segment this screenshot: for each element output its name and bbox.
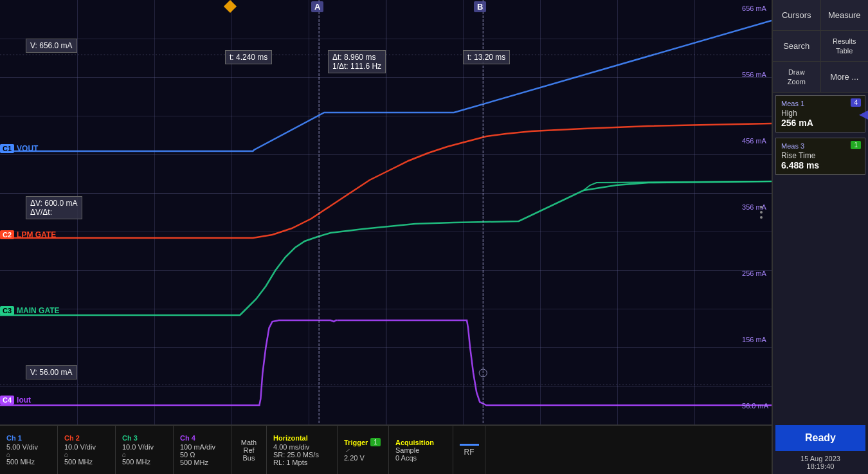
- y-label-6: 156 mA: [742, 336, 768, 343]
- more-button[interactable]: More ...: [821, 62, 869, 92]
- cursor-a-time-box: t: 4.240 ms: [225, 50, 272, 64]
- delta-v-box: ΔV: 600.0 mA ΔV/Δt:: [26, 196, 82, 219]
- y-label-4: 356 mA: [742, 203, 768, 211]
- y-label-1: 656 mA: [742, 5, 768, 12]
- ch4-status[interactable]: Ch 4 100 mA/div 50 Ω 500 MHz: [174, 426, 231, 474]
- acquisition-status[interactable]: Acquisition Sample 0 Acqs: [389, 426, 453, 474]
- delta-time-box: Δt: 8.960 ms 1/Δt: 111.6 Hz: [328, 50, 386, 73]
- scope-screen: 656 mA 556 mA 456 mA 356 mA 256 mA 156 m…: [0, 0, 772, 424]
- y-label-3: 456 mA: [742, 137, 768, 145]
- draw-zoom-button[interactable]: DrawZoom: [773, 62, 821, 92]
- second-btn-row: Search ResultsTable: [773, 31, 868, 62]
- math-ref-bus[interactable]: Math Ref Bus: [231, 426, 267, 474]
- ch2-label: C2 LPM GATE: [0, 230, 56, 239]
- dots-menu[interactable]: [760, 206, 763, 219]
- ch1-status[interactable]: Ch 1 5.00 V/div ⌂ 500 MHz: [0, 426, 58, 474]
- measure-button[interactable]: Measure: [821, 0, 869, 30]
- datetime-display: 15 Aug 2023 18:19:40: [773, 453, 868, 474]
- ch3-label: C3 MAIN GATE: [0, 306, 60, 315]
- line-rf: RF: [453, 426, 485, 474]
- cursors-button[interactable]: Cursors: [773, 0, 821, 30]
- ch3-status[interactable]: Ch 3 10.0 V/div ⌂ 500 MHz: [116, 426, 174, 474]
- scope-area: 656 mA 556 mA 456 mA 356 mA 256 mA 156 m…: [0, 0, 772, 474]
- results-table-button[interactable]: ResultsTable: [821, 31, 869, 61]
- y-label-2: 556 mA: [742, 71, 768, 78]
- svg-marker-5: [224, 0, 237, 13]
- cursor-b-time-box: t: 13.20 ms: [463, 50, 510, 64]
- y-label-7: 56.0 mA: [742, 402, 768, 410]
- right-panel: Cursors Measure Search ResultsTable Draw…: [772, 0, 868, 474]
- cursor-a-marker: A: [311, 1, 323, 12]
- search-button[interactable]: Search: [773, 31, 821, 61]
- ch2-status[interactable]: Ch 2 10.0 V/div ⌂ 500 MHz: [58, 426, 116, 474]
- third-btn-row: DrawZoom More ...: [773, 62, 868, 93]
- info-v-top: V: 656.0 mA: [26, 39, 77, 53]
- horizontal-status[interactable]: Horizontal 4.00 ms/div SR: 25.0 MS/s RL:…: [267, 426, 338, 474]
- top-btn-row: Cursors Measure: [773, 0, 868, 31]
- meas3-box[interactable]: 1 Meas 3 Rise Time 6.488 ms: [775, 138, 865, 175]
- ready-button[interactable]: Ready: [775, 425, 865, 451]
- trigger-status[interactable]: Trigger 1 ⟋ 2.20 V: [338, 426, 389, 474]
- ch1-label: C1 VOUT: [0, 144, 38, 153]
- cursor-b-marker: B: [474, 1, 486, 12]
- status-bar: Ch 1 5.00 V/div ⌂ 500 MHz Ch 2 10.0 V/di…: [0, 424, 772, 474]
- ch4-label: C4 Iout: [0, 396, 31, 405]
- info-v-bottom: V: 56.00 mA: [26, 365, 77, 379]
- meas1-box[interactable]: 4 Meas 1 High 256 mA ◀: [775, 95, 865, 132]
- y-label-5: 256 mA: [742, 269, 768, 277]
